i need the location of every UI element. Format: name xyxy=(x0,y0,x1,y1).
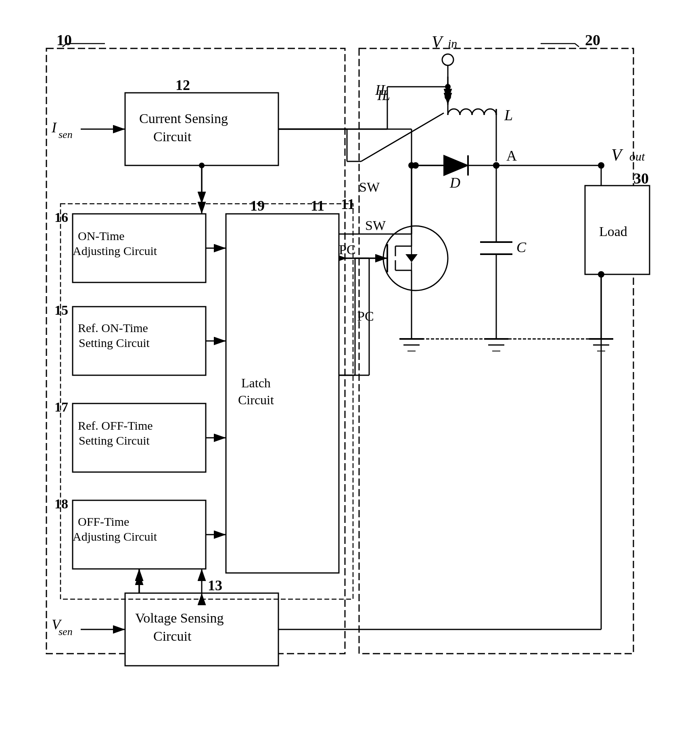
label-18: 18 xyxy=(54,496,68,511)
voltage-sensing-box xyxy=(125,593,278,666)
isen-label: I xyxy=(51,119,57,136)
pc-text-label: PC xyxy=(357,309,374,324)
label-16: 16 xyxy=(54,210,68,225)
vin-sub-label: in xyxy=(448,37,457,50)
isen-diagonal xyxy=(361,113,444,161)
current-sensing-box xyxy=(125,93,278,165)
off-time-adjusting-l2: Adjusting Circuit xyxy=(73,530,157,543)
sw-label: SW xyxy=(365,218,386,233)
svg-point-9 xyxy=(383,226,448,291)
latch-label1: Latch xyxy=(241,376,271,390)
ref-on-time-l2: Setting Circuit xyxy=(79,336,150,349)
on-time-adjusting-l2: Adjusting Circuit xyxy=(73,244,157,257)
label-17: 17 xyxy=(54,399,68,414)
l-label: L xyxy=(504,107,513,123)
ref-off-time-l2: Setting Circuit xyxy=(79,434,150,447)
label-11: 11 xyxy=(311,198,324,214)
voltage-sensing-l2: Circuit xyxy=(153,629,192,644)
inductor-L xyxy=(448,109,496,161)
label-13: 13 xyxy=(208,577,222,594)
latch-label2: Circuit xyxy=(238,393,274,407)
label-11-text: 11 xyxy=(341,196,355,212)
current-sensing-label2: Circuit xyxy=(153,129,192,144)
node-vin-il xyxy=(445,84,451,90)
circuit-diagram: 10 20 V in L IL A xyxy=(24,16,670,722)
node-cap-top xyxy=(493,162,499,169)
il-text: IL xyxy=(377,87,390,103)
label-12: 12 xyxy=(176,77,190,93)
vout-label: V xyxy=(611,146,623,164)
svg-marker-19 xyxy=(405,254,418,262)
label-20: 20 xyxy=(585,31,600,48)
vin-label: V xyxy=(432,33,444,51)
on-time-adjusting-l1: ON-Time xyxy=(78,229,125,242)
vsen-sub: sen xyxy=(59,626,73,637)
ref-off-time-l1: Ref. OFF-Time xyxy=(78,419,153,432)
capacitor-C xyxy=(480,165,512,351)
off-time-adjusting-l1: OFF-Time xyxy=(78,515,129,528)
label-19: 19 xyxy=(250,198,265,214)
load-label: Load xyxy=(599,224,627,239)
c-label: C xyxy=(516,239,527,255)
vin-terminal xyxy=(442,54,453,65)
cs-dot xyxy=(199,163,205,168)
node-vout-fb xyxy=(598,271,604,278)
label-30: 30 xyxy=(633,170,649,187)
svg-marker-7 xyxy=(444,155,468,176)
d-label: D xyxy=(449,175,460,191)
ref-on-time-l1: Ref. ON-Time xyxy=(78,321,148,334)
sw-text: SW xyxy=(359,180,380,194)
label-15: 15 xyxy=(54,303,68,318)
a-label: A xyxy=(506,148,517,164)
voltage-sensing-l1: Voltage Sensing xyxy=(135,610,224,625)
isen-sub: sen xyxy=(59,129,73,140)
ground-mosfet xyxy=(399,331,424,351)
current-sensing-label: Current Sensing xyxy=(139,111,228,126)
vout-sub: out xyxy=(629,150,645,163)
